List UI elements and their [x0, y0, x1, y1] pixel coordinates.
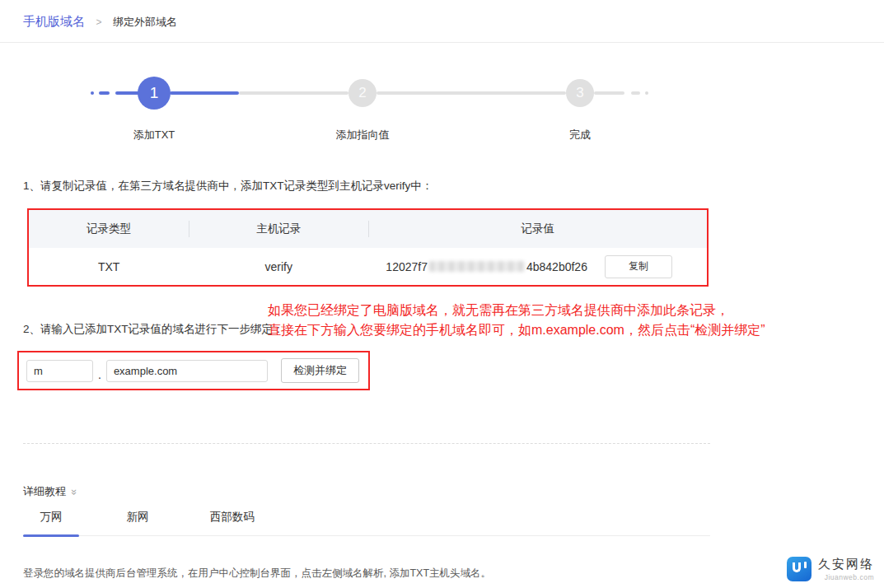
stepper-line-2 — [377, 91, 566, 95]
progress-stepper: 1 2 3 添加TXT 添加指向值 完成 — [0, 68, 884, 151]
stepper-lead-dash — [99, 91, 110, 95]
tutorial-content: 登录您的域名提供商后台管理系统，在用户中心控制台界面，点击左侧域名解析, 添加T… — [23, 567, 884, 581]
step-3-label: 完成 — [535, 128, 625, 142]
step-2-instruction: 2、请输入已添加TXT记录值的域名进行下一步绑定： — [23, 322, 284, 337]
stepper-lead-dot — [91, 91, 94, 95]
bind-external-domain-page: 手机版域名 > 绑定外部域名 1 2 3 添加TXT 添加指向值 完成 1、请复… — [0, 0, 884, 588]
domain-dot-separator: . — [98, 368, 101, 381]
annotation-line-2: 直接在下方输入您要绑定的手机域名即可，如m.example.com，然后点击“检… — [268, 320, 765, 340]
record-type-cell: TXT — [29, 260, 189, 273]
domain-input[interactable] — [106, 360, 268, 382]
stepper-tail-dash — [631, 91, 640, 95]
tab-xinnet[interactable]: 新网 — [110, 510, 166, 535]
step-1-label: 添加TXT — [109, 128, 199, 142]
brand-domain: Jiuanweb.com — [825, 573, 874, 581]
logo-u-shape — [793, 562, 801, 572]
step-2-number: 2 — [358, 85, 366, 101]
stepper-line-1-done — [170, 91, 239, 95]
tutorial-annotation-text: 如果您已经绑定了电脑版域名，就无需再在第三方域名提供商中添加此条记录， 直接在下… — [268, 301, 765, 340]
main-content: 1、请复制记录值，在第三方域名提供商中，添加TXT记录类型到主机记录verify… — [0, 179, 884, 581]
breadcrumb-parent-link[interactable]: 手机版域名 — [23, 14, 85, 28]
subdomain-input[interactable] — [26, 360, 93, 382]
dashed-divider — [23, 443, 710, 444]
chevron-down-icon[interactable]: » — [68, 488, 81, 494]
brand-logo: 久安网络 Jiuanweb.com — [787, 557, 874, 581]
tab-wanwang[interactable]: 万网 — [23, 510, 79, 535]
stepper-line-1-rest — [239, 91, 348, 95]
breadcrumb-separator: > — [96, 16, 101, 28]
brand-name: 久安网络 — [818, 557, 874, 572]
header-host-record: 主机记录 — [189, 222, 368, 236]
record-value-prefix: 12027f7 — [386, 260, 428, 273]
tab-west-digital[interactable]: 西部数码 — [204, 510, 260, 535]
tutorial-tabs: 万网 新网 西部数码 — [23, 510, 710, 536]
record-value-suffix: 4b842b0f26 — [526, 260, 587, 273]
step-3-number: 3 — [576, 85, 583, 101]
breadcrumb: 手机版域名 > 绑定外部域名 — [0, 0, 884, 43]
annotation-line-1: 如果您已经绑定了电脑版域名，就无需再在第三方域名提供商中添加此条记录， — [268, 301, 765, 320]
step-2-section: 2、请输入已添加TXT记录值的域名进行下一步绑定： 如果您已经绑定了电脑版域名，… — [23, 299, 884, 348]
step-1-number: 1 — [150, 84, 159, 102]
step-1-instruction: 1、请复制记录值，在第三方域名提供商中，添加TXT记录类型到主机记录verify… — [23, 179, 884, 194]
host-record-cell: verify — [189, 260, 368, 273]
record-value-text: 12027f74b842b0f26 — [368, 260, 605, 273]
stepper-tail-dot — [645, 91, 648, 95]
jiuanweb-logo-icon — [787, 557, 812, 581]
stepper-tail-line — [594, 91, 624, 95]
brand-text: 久安网络 Jiuanweb.com — [818, 557, 874, 581]
header-record-value: 记录值 — [368, 222, 707, 236]
step-3-circle: 3 — [566, 79, 594, 107]
step-1-circle: 1 — [138, 77, 171, 110]
tutorial-title-row[interactable]: 详细教程 » — [23, 484, 884, 499]
txt-record-annotation-box: 记录类型 主机记录 记录值 TXT verify 12027f74b842b0f… — [27, 208, 709, 287]
check-and-bind-button[interactable]: 检测并绑定 — [281, 358, 359, 383]
stepper-lead-line — [115, 91, 140, 95]
tutorial-title: 详细教程 — [23, 484, 66, 499]
bind-form-annotation-box: . 检测并绑定 — [17, 351, 370, 390]
step-2-circle: 2 — [348, 79, 377, 107]
record-table-header: 记录类型 主机记录 记录值 — [29, 210, 707, 248]
record-value-cell: 12027f74b842b0f26 复制 — [368, 255, 707, 278]
header-record-value-label: 记录值 — [368, 222, 707, 236]
record-table-row: TXT verify 12027f74b842b0f26 复制 — [29, 248, 707, 285]
record-value-redacted — [429, 261, 525, 272]
header-record-type: 记录类型 — [29, 222, 189, 236]
step-2-label: 添加指向值 — [317, 128, 408, 142]
copy-button[interactable]: 复制 — [605, 255, 672, 278]
logo-bar-shape — [804, 562, 807, 568]
breadcrumb-current: 绑定外部域名 — [113, 16, 177, 28]
